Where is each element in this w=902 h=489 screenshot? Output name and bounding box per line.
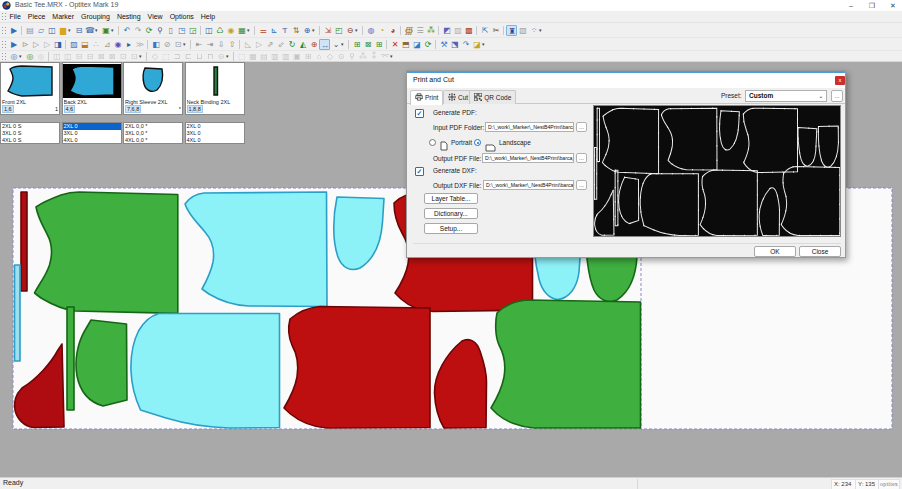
toolbar-dropdown-arrow[interactable]: ▾ [312, 25, 317, 36]
toolbar-button[interactable]: ▤ [24, 25, 35, 36]
toolbar-button[interactable]: ⊕ [308, 39, 319, 50]
toolbar-button[interactable]: ⇥ [204, 39, 215, 50]
toolbar-button[interactable]: ⇱ [479, 25, 490, 36]
piece-quantity[interactable]: 1,61 [2, 106, 58, 114]
toolbar-dropdown-arrow[interactable]: ▾ [390, 51, 395, 62]
toolbar-button[interactable]: ◔ [376, 25, 387, 36]
preset-dropdown[interactable]: Custom ⌄ [745, 90, 827, 102]
toolbar-button[interactable]: ⊳ [19, 39, 30, 50]
toolbar-button[interactable]: ⬓ [79, 39, 90, 50]
size-row[interactable]: 3XL 0 S [1, 130, 59, 137]
toolbar-button[interactable]: ◪ [411, 39, 422, 50]
portrait-radio[interactable] [429, 139, 436, 146]
toolbar-dropdown-arrow[interactable]: ▾ [247, 25, 252, 36]
toolbar-button[interactable]: ∴ [90, 39, 101, 50]
toolbar-dropdown-arrow[interactable]: ▾ [539, 25, 544, 36]
toolbar-button[interactable]: ↻ [286, 39, 297, 50]
toolbar-button[interactable]: ⇙ [275, 39, 286, 50]
toolbar-button[interactable]: ⊞ [373, 39, 384, 50]
toolbar-button[interactable]: ◕ [387, 25, 398, 36]
toolbar-dropdown-arrow[interactable]: ▾ [355, 25, 360, 36]
garment-piece-strip-darkred[interactable] [21, 192, 27, 291]
toolbar-button[interactable]: ◲ [187, 25, 198, 36]
menu-item-grouping[interactable]: Grouping [78, 11, 114, 22]
toolbar-button[interactable]: ◺ [242, 39, 253, 50]
toolbar-grip[interactable] [1, 52, 6, 61]
toolbar-grip[interactable] [1, 40, 6, 49]
piece-quantity[interactable]: 4,6 [64, 106, 120, 114]
toolbar-button[interactable]: ▧ [517, 25, 528, 36]
toolbar-button[interactable]: ▆ [57, 25, 68, 36]
garment-piece-back-green-b2[interactable] [491, 300, 641, 428]
piece-cell-3[interactable]: Right Sleeve 2XL7,6,8* [123, 62, 183, 115]
toolbar-button[interactable]: ◭ [297, 39, 308, 50]
toolbar-button[interactable]: ◩ [441, 25, 452, 36]
piece-cell-4[interactable]: Neck Binding 2XL1,8,8 [185, 62, 245, 115]
toolbar-button[interactable]: ⇩ [215, 39, 226, 50]
output-pdf-field[interactable]: D:\_work\_Marker\_NestB4Print\barca_ima [482, 153, 574, 163]
menu-item-piece[interactable]: Piece [24, 11, 49, 22]
toolbar-button[interactable]: ◪ [471, 39, 482, 50]
toolbar-button[interactable]: ⊖ [344, 25, 355, 36]
toolbar-button[interactable]: ⊘ [161, 39, 172, 50]
toolbar-button[interactable]: ⇲ [322, 25, 333, 36]
menu-item-view[interactable]: View [144, 11, 166, 22]
toolbar-button[interactable]: ▨ [68, 39, 79, 50]
toolbar-button[interactable]: ▷ [41, 39, 52, 50]
toolbar-button[interactable]: ▷ [253, 39, 264, 50]
close-dialog-button[interactable]: Close [799, 246, 841, 257]
size-row[interactable]: 2XL 0 S [1, 123, 59, 130]
output-pdf-browse[interactable]: ... [576, 153, 587, 163]
input-pdf-folder-browse[interactable]: ... [576, 122, 587, 132]
menu-item-file[interactable]: File [6, 11, 24, 22]
size-row[interactable]: 4XL 0 S [1, 137, 59, 144]
toolbar-button[interactable]: ⬒ [400, 39, 411, 50]
maximize-button[interactable]: ❐ [867, 0, 877, 11]
toolbar-button[interactable]: ⊞ [351, 39, 362, 50]
toolbar-button[interactable]: ▶ [8, 25, 19, 36]
toolbar-button[interactable]: ⇅ [290, 25, 301, 36]
toolbar-button[interactable]: ⁘ [528, 25, 539, 36]
size-row[interactable]: 2XL 0,0 * [124, 123, 182, 130]
toolbar-button[interactable]: ⟳ [143, 25, 154, 36]
ok-button[interactable]: OK [754, 246, 796, 257]
landscape-radio[interactable] [474, 139, 481, 146]
piece-cell-2[interactable]: Back 2XL4,6 [62, 62, 122, 115]
toolbar-button[interactable]: ↷ [460, 39, 471, 50]
piece-quantity[interactable]: 1,8,8 [187, 106, 243, 114]
garment-piece-back-green-big[interactable] [35, 192, 178, 313]
toolbar-button[interactable]: ⊠ [362, 39, 373, 50]
preset-more-button[interactable]: ... [831, 90, 843, 102]
toolbar-button[interactable]: ⇗ [264, 39, 275, 50]
toolbar-button[interactable]: ⊡ [172, 39, 183, 50]
toolbar-dropdown-arrow[interactable]: ▾ [226, 51, 231, 62]
toolbar-button[interactable]: ↶ [121, 25, 132, 36]
toolbar-button[interactable]: ∰ [403, 25, 414, 36]
toolbar-button[interactable]: ◫ [203, 25, 214, 36]
toolbar-button[interactable]: ⁂ [425, 25, 436, 36]
toolbar-button[interactable]: ⌄ [330, 39, 341, 50]
toolbar-button[interactable]: ⚌ [257, 25, 268, 36]
dialog-close-button[interactable]: x [835, 76, 845, 85]
piece-cell-1[interactable]: Front 2XL1,61 [0, 62, 60, 115]
size-row[interactable]: 3XL 0 [186, 130, 244, 137]
garment-piece-strip-cyan[interactable] [15, 265, 21, 361]
size-row[interactable]: 2XL 0 [186, 123, 244, 130]
toolbar-dropdown-arrow[interactable]: ▾ [183, 39, 188, 50]
toolbar-button[interactable]: ⊿ [101, 39, 112, 50]
size-row[interactable]: 3XL 0 [63, 130, 121, 137]
size-row[interactable]: 4XL 0 [63, 137, 121, 144]
size-row[interactable]: 3XL 0,0 * [124, 130, 182, 137]
output-dxf-browse[interactable]: ... [576, 180, 587, 190]
size-row[interactable]: 4XL 0 [186, 137, 244, 144]
toolbar-button[interactable]: ◧ [150, 39, 161, 50]
toolbar-button[interactable]: ♜ [506, 25, 517, 36]
size-row[interactable]: 2XL 0 [63, 123, 121, 130]
toolbar-button[interactable]: ↔ [319, 39, 330, 50]
size-row[interactable]: 4XL 0,0 * [124, 137, 182, 144]
toolbar-button[interactable]: ≫ [134, 39, 145, 50]
menu-item-marker[interactable]: Marker [49, 11, 78, 22]
toolbar-button[interactable]: ✕ [389, 39, 400, 50]
minimize-button[interactable]: – [846, 0, 856, 11]
piece-quantity[interactable]: 7,6,8* [125, 106, 181, 114]
